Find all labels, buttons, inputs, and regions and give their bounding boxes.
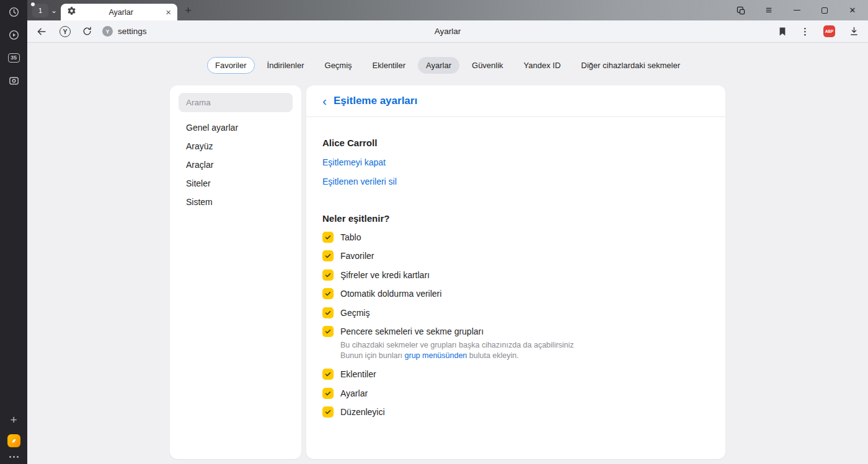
toolbar-menu-icon[interactable]: ⋮ bbox=[800, 26, 810, 37]
sync-settings-title: Eşitleme ayarları bbox=[334, 95, 417, 107]
nav-tab-indirilenler[interactable]: İndirilenler bbox=[259, 57, 312, 74]
new-tab-icon[interactable]: + bbox=[185, 4, 192, 16]
side-panel-icon[interactable] bbox=[735, 5, 746, 16]
sync-row-otomatik-doldurma: Otomatik doldurma verileri bbox=[322, 288, 709, 300]
sync-row-eklentiler: Eklentiler bbox=[322, 369, 709, 380]
nav-tab-gecmis[interactable]: Geçmiş bbox=[317, 57, 360, 74]
sync-settings-panel: ‹ Eşitleme ayarları Alice Carroll Eşitle… bbox=[306, 85, 725, 459]
nav-tab-ayarlar[interactable]: Ayarlar bbox=[418, 57, 459, 74]
checkbox-duzenleyici[interactable] bbox=[322, 406, 334, 418]
rail-more-icon[interactable] bbox=[9, 456, 19, 458]
settings-page: Favoriler İndirilenler Geçmiş Eklentiler… bbox=[27, 43, 868, 464]
tab-group-button[interactable]: 1 bbox=[32, 4, 48, 17]
back-icon[interactable] bbox=[36, 26, 47, 37]
nav-tab-favoriler[interactable]: Favoriler bbox=[207, 57, 255, 74]
settings-nav-tabs: Favoriler İndirilenler Geçmiş Eklentiler… bbox=[27, 43, 868, 74]
checkbox-sifreler[interactable] bbox=[322, 269, 334, 281]
maximize-icon[interactable] bbox=[819, 5, 830, 16]
sync-row-sifreler: Şifreler ve kredi kartları bbox=[322, 269, 709, 281]
sidebar-item-siteler[interactable]: Siteler bbox=[170, 174, 301, 193]
close-window-icon[interactable]: ✕ bbox=[847, 5, 858, 16]
play-media-icon[interactable] bbox=[7, 28, 20, 42]
adblock-abp-badge[interactable]: ABP bbox=[823, 25, 835, 37]
rail-add-icon[interactable]: + bbox=[10, 414, 17, 426]
delete-synced-data-link[interactable]: Eşitlenen verileri sil bbox=[322, 177, 709, 186]
checkbox-eklentiler[interactable] bbox=[322, 369, 334, 380]
sidebar-item-araclar[interactable]: Araçlar bbox=[170, 155, 301, 174]
tab-sync-note: Bu cihazdaki sekmeler ve grupları başka … bbox=[340, 340, 574, 361]
sidebar-item-sistem[interactable]: Sistem bbox=[170, 193, 301, 211]
group-menu-link[interactable]: grup menüsünden bbox=[405, 351, 467, 360]
chevron-down-icon[interactable]: ⌄ bbox=[51, 6, 57, 15]
checkbox-ayarlar[interactable] bbox=[322, 388, 334, 399]
bookmark-icon[interactable] bbox=[778, 27, 787, 37]
back-chevron-icon[interactable]: ‹ bbox=[322, 94, 327, 108]
nav-tab-guvenlik[interactable]: Güvenlik bbox=[464, 57, 512, 74]
tab-group-dot bbox=[31, 2, 35, 6]
yandex-home-icon[interactable]: Y bbox=[60, 26, 71, 37]
menu-hamburger-icon[interactable]: ≡ bbox=[763, 5, 774, 16]
browser-tab-active[interactable]: Ayarlar × bbox=[61, 4, 177, 20]
nav-tab-diger-cihazlar[interactable]: Diğer cihazlardaki sekmeler bbox=[573, 57, 688, 74]
checkbox-pencere-sekmeleri[interactable] bbox=[322, 326, 334, 337]
sidebar-item-genel-ayarlar[interactable]: Genel ayarlar bbox=[170, 118, 301, 137]
gear-icon bbox=[67, 6, 76, 18]
search-input[interactable] bbox=[179, 93, 293, 112]
account-name: Alice Carroll bbox=[322, 138, 709, 148]
left-rail: 35 + bbox=[0, 0, 27, 464]
tabs-count-badge[interactable]: 35 bbox=[7, 51, 20, 64]
close-tab-icon[interactable]: × bbox=[166, 7, 171, 17]
sync-row-ayarlar: Ayarlar bbox=[322, 387, 709, 399]
nav-tab-yandex-id[interactable]: Yandex ID bbox=[516, 57, 569, 74]
yandex-browser-logo[interactable] bbox=[7, 434, 20, 447]
sidebar-item-arayuz[interactable]: Arayüz bbox=[170, 137, 301, 155]
nav-tab-eklentiler[interactable]: Eklentiler bbox=[365, 57, 414, 74]
tab-title: Ayarlar bbox=[81, 8, 161, 17]
tab-group-count: 1 bbox=[38, 7, 42, 14]
disable-sync-link[interactable]: Eşitlemeyi kapat bbox=[322, 157, 709, 167]
sync-row-gecmis: Geçmiş bbox=[322, 307, 709, 318]
site-favicon: Y bbox=[102, 26, 113, 37]
checkbox-favoriler[interactable] bbox=[322, 250, 334, 261]
history-clock-icon[interactable] bbox=[7, 5, 20, 19]
sync-row-pencere-sekmeleri: Pencere sekmeleri ve sekme grupları Bu c… bbox=[322, 326, 709, 361]
tabs-count-label: 35 bbox=[8, 53, 20, 63]
browser-toolbar: Y Y settings Ayarlar ⋮ ABP bbox=[27, 20, 868, 43]
download-icon[interactable] bbox=[849, 26, 859, 37]
checkbox-tablo[interactable] bbox=[322, 232, 334, 243]
sync-row-favoriler: Favoriler bbox=[322, 250, 709, 262]
checkbox-gecmis[interactable] bbox=[322, 307, 334, 318]
sync-items-section-title: Neler eşitlenir? bbox=[322, 213, 709, 224]
settings-sidebar: Genel ayarlar Arayüz Araçlar Siteler Sis… bbox=[170, 85, 301, 459]
sync-items-list: Tablo Favoriler Şifreler ve kredi kartla… bbox=[322, 231, 709, 418]
minimize-icon[interactable] bbox=[791, 5, 802, 16]
checkbox-otomatik-doldurma[interactable] bbox=[322, 288, 334, 299]
tab-bar: 1 ⌄ Ayarlar × + ≡ ✕ bbox=[27, 0, 868, 20]
address-text[interactable]: settings bbox=[118, 27, 147, 36]
sync-row-duzenleyici: Düzenleyici bbox=[322, 406, 709, 418]
page-title: Ayarlar bbox=[435, 27, 461, 36]
sync-row-tablo: Tablo bbox=[322, 231, 709, 243]
refresh-icon[interactable] bbox=[82, 26, 92, 37]
screenshot-icon[interactable] bbox=[7, 74, 20, 87]
